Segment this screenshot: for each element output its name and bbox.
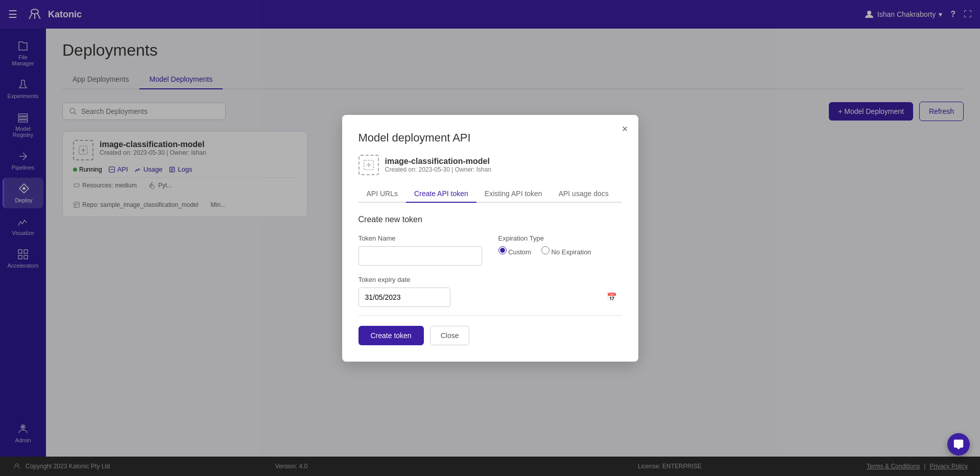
token-name-label: Token Name [358, 234, 482, 242]
modal: × Model deployment API image-classificat… [342, 115, 638, 362]
token-name-group: Token Name [358, 234, 482, 266]
modal-icon [363, 159, 374, 171]
radio-group: Custom No Expiration [498, 246, 622, 260]
modal-divider [358, 315, 622, 316]
modal-actions: Create token Close [358, 326, 622, 345]
expiration-type-group: Expiration Type Custom No Expiration [498, 234, 622, 266]
main-content: Deployments App Deployments Model Deploy… [46, 29, 980, 457]
calendar-icon: 📅 [607, 292, 617, 302]
token-expiry-input[interactable] [358, 288, 450, 307]
token-expiry-label: Token expiry date [358, 276, 622, 283]
modal-model-icon [358, 155, 379, 175]
modal-tab-create-api-token[interactable]: Create API token [406, 185, 476, 203]
close-modal-button[interactable]: Close [430, 326, 470, 345]
chat-bubble[interactable] [947, 433, 970, 456]
token-name-input[interactable] [358, 246, 482, 266]
modal-section-title: Create new token [358, 215, 622, 224]
modal-close-button[interactable]: × [622, 123, 628, 135]
radio-no-expiration-label: No Expiration [552, 248, 591, 256]
form-row: Token Name Expiration Type Custom [358, 234, 622, 266]
token-expiry-group: Token expiry date 📅 [358, 276, 622, 307]
modal-model-info: image-classification-model Created on: 2… [385, 157, 492, 173]
modal-backdrop: × Model deployment API image-classificat… [46, 29, 980, 457]
app-body: File Manager Experiments Model Registry … [0, 29, 980, 457]
modal-tab-existing-api-token[interactable]: Existing API token [476, 185, 551, 202]
modal-tab-api-usage-docs[interactable]: API usage docs [551, 185, 617, 202]
modal-tab-api-urls[interactable]: API URLs [358, 185, 406, 202]
radio-custom-label: Custom [508, 248, 531, 256]
radio-no-expiration[interactable]: No Expiration [541, 246, 591, 256]
radio-no-expiration-input[interactable] [541, 246, 549, 254]
modal-model-name: image-classification-model [385, 157, 492, 166]
modal-model-meta: Created on: 2023-05-30 | Owner: Ishan [385, 166, 492, 173]
expiration-type-label: Expiration Type [498, 234, 622, 242]
date-input-wrap: 📅 [358, 288, 622, 307]
radio-custom-input[interactable] [498, 246, 507, 254]
modal-model-header: image-classification-model Created on: 2… [358, 155, 622, 175]
create-token-button[interactable]: Create token [358, 326, 424, 345]
chat-icon [953, 439, 964, 450]
modal-title: Model deployment API [358, 131, 622, 145]
modal-tabs: API URLs Create API token Existing API t… [358, 185, 622, 203]
radio-custom[interactable]: Custom [498, 246, 531, 256]
